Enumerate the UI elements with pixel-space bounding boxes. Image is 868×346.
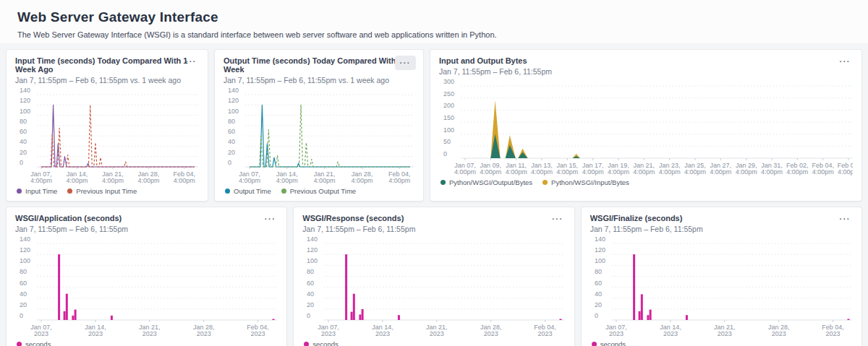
legend-item: seconds: [592, 340, 626, 346]
svg-text:120: 120: [20, 97, 30, 104]
panel-date-range: Jan 7, 11:55pm – Feb 6, 11:55pm vs. 1 we…: [15, 76, 199, 85]
legend-item: Input Time: [17, 187, 57, 195]
legend-label: Python/WSGI/Input/Bytes: [551, 178, 629, 186]
svg-text:100: 100: [443, 126, 454, 134]
svg-text:2023: 2023: [663, 330, 678, 337]
panel-output-time: Output Time (seconds) Today Compared Wit…: [214, 49, 424, 202]
legend-label: seconds: [25, 340, 51, 346]
svg-text:80: 80: [595, 268, 602, 275]
svg-text:60: 60: [307, 280, 314, 287]
svg-text:140: 140: [595, 236, 605, 243]
panel-date-range: Jan 7, 11:55pm – Feb 6, 11:55pm: [439, 67, 853, 76]
ellipsis-menu-icon[interactable]: ···: [835, 213, 854, 225]
legend-item: seconds: [304, 340, 338, 346]
svg-text:40: 40: [20, 138, 27, 145]
legend-dot-icon: [441, 180, 446, 185]
legend-dot-icon: [67, 189, 72, 194]
svg-text:4:00pm: 4:00pm: [556, 168, 578, 176]
ellipsis-menu-icon[interactable]: ···: [261, 213, 280, 225]
svg-text:150: 150: [443, 114, 454, 121]
svg-text:2023: 2023: [197, 330, 211, 337]
svg-text:40: 40: [20, 290, 27, 298]
legend-label: seconds: [600, 340, 626, 346]
svg-text:60: 60: [20, 128, 27, 135]
legend-dot-icon: [304, 342, 309, 346]
svg-text:250: 250: [443, 90, 454, 98]
panel-wsgi-application: WSGI/Application (seconds) Jan 7, 11:55p…: [6, 207, 287, 346]
svg-text:0: 0: [20, 159, 23, 166]
legend-item: Python/WSGI/Input/Bytes: [542, 178, 629, 186]
panel-title: WSGI/Application (seconds): [15, 214, 278, 222]
ellipsis-menu-icon[interactable]: ···: [182, 56, 201, 67]
svg-text:2023: 2023: [609, 330, 624, 337]
svg-text:60: 60: [228, 128, 235, 135]
svg-text:140: 140: [228, 87, 239, 94]
dashboard-grid: Input Time (seconds) Today Compared With…: [0, 43, 868, 346]
ellipsis-menu-icon[interactable]: ···: [395, 56, 417, 70]
svg-text:120: 120: [595, 246, 605, 254]
panel-title: Output Time (seconds) Today Compared Wit…: [224, 56, 414, 74]
svg-text:4:00pm: 4:00pm: [582, 168, 604, 176]
svg-text:0: 0: [228, 159, 231, 166]
svg-text:20: 20: [307, 301, 314, 308]
ellipsis-menu-icon[interactable]: ···: [836, 56, 855, 67]
panel-title: WSGI/Response (seconds): [302, 214, 565, 222]
legend-dot-icon: [281, 189, 286, 194]
dashboard-row-bottom: WSGI/Application (seconds) Jan 7, 11:55p…: [6, 207, 862, 346]
panel-title: WSGI/Finalize (seconds): [590, 214, 853, 222]
svg-text:4:00pm: 4:00pm: [633, 168, 655, 176]
svg-text:4:00pm: 4:00pm: [506, 168, 527, 176]
legend-dot-icon: [592, 342, 597, 346]
svg-text:4:00pm: 4:00pm: [684, 168, 706, 176]
panel-wsgi-response: WSGI/Response (seconds) Jan 7, 11:55pm –…: [293, 207, 574, 346]
svg-text:2023: 2023: [321, 330, 336, 337]
svg-text:4:00pm: 4:00pm: [710, 168, 731, 176]
svg-text:2023: 2023: [375, 330, 390, 337]
svg-text:120: 120: [228, 97, 239, 104]
svg-text:4:00pm: 4:00pm: [659, 168, 681, 176]
legend-label: Previous Input Time: [76, 187, 137, 195]
ellipsis-menu-icon[interactable]: ···: [548, 213, 567, 225]
svg-text:100: 100: [307, 257, 318, 264]
svg-text:2023: 2023: [251, 330, 265, 337]
svg-text:4:00pm: 4:00pm: [102, 177, 124, 184]
svg-text:20: 20: [595, 301, 602, 308]
svg-text:60: 60: [595, 280, 602, 287]
svg-text:140: 140: [307, 236, 318, 243]
legend-item: Output Time: [225, 187, 271, 195]
svg-text:120: 120: [20, 246, 30, 254]
svg-text:100: 100: [20, 257, 30, 264]
svg-text:4:00pm: 4:00pm: [812, 168, 834, 176]
svg-text:4:00pm: 4:00pm: [838, 168, 853, 176]
dashboard-row-top: Input Time (seconds) Today Compared With…: [6, 49, 862, 202]
svg-text:4:00pm: 4:00pm: [531, 168, 553, 176]
svg-text:0: 0: [443, 150, 447, 157]
svg-text:40: 40: [228, 138, 235, 145]
panel-io-bytes: Input and Output Bytes Jan 7, 11:55pm – …: [430, 49, 862, 202]
svg-text:2023: 2023: [34, 330, 48, 337]
chart-canvas: 020406080100120140Jan 07,4:00pmJan 14,4:…: [224, 87, 414, 186]
legend-dot-icon: [542, 180, 548, 185]
legend-label: Python/WSGI/Output/Bytes: [449, 178, 532, 186]
panel-title: Input and Output Bytes: [439, 56, 853, 65]
chart-legend: Output TimePrevious Output Time: [225, 187, 414, 195]
svg-text:4:00pm: 4:00pm: [314, 177, 336, 184]
svg-text:100: 100: [228, 108, 239, 115]
svg-text:4:00pm: 4:00pm: [239, 177, 260, 184]
svg-text:2023: 2023: [538, 330, 553, 337]
chart-canvas: 050100150200250300Jan 07,4:00pmJan 09,4:…: [439, 79, 853, 177]
svg-text:100: 100: [20, 108, 30, 115]
chart-canvas: 020406080100120140Jan 07,2023Jan 14,2023…: [590, 236, 853, 339]
svg-text:200: 200: [443, 102, 454, 109]
chart-legend: Python/WSGI/Output/BytesPython/WSGI/Inpu…: [441, 178, 853, 186]
svg-text:300: 300: [443, 79, 454, 85]
svg-text:2023: 2023: [717, 330, 731, 337]
svg-text:4:00pm: 4:00pm: [351, 177, 373, 184]
svg-text:80: 80: [20, 118, 27, 125]
legend-item: seconds: [17, 340, 51, 346]
legend-item: Previous Output Time: [281, 187, 356, 195]
svg-text:2023: 2023: [430, 330, 444, 337]
page-description: The Web Server Gateway Interface (WSGI) …: [17, 30, 851, 39]
svg-text:4:00pm: 4:00pm: [454, 168, 476, 176]
svg-text:140: 140: [20, 236, 30, 243]
